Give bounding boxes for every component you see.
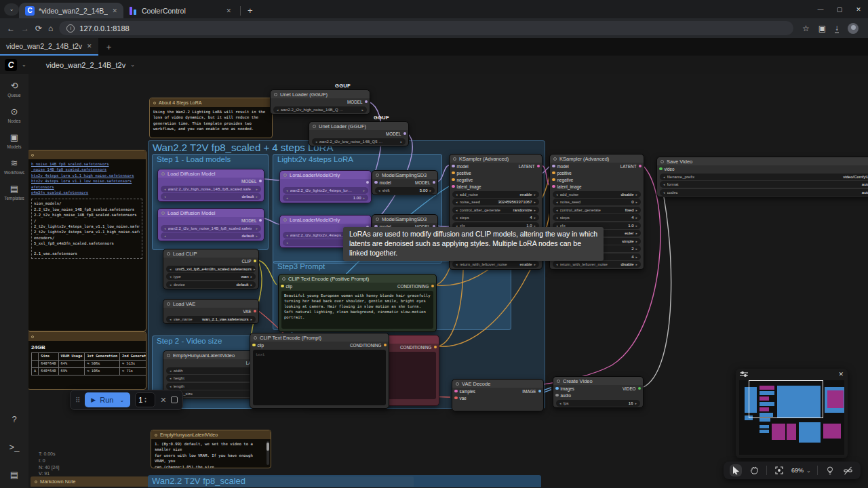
collapse-dot-icon[interactable]	[254, 336, 257, 340]
port-dot[interactable]	[259, 219, 262, 222]
back-icon[interactable]: ←	[7, 24, 15, 33]
port-dot[interactable]	[433, 181, 436, 184]
widget-right-arrow-icon[interactable]: ▸	[635, 200, 637, 204]
output-port[interactable]: LATENT	[519, 163, 540, 169]
collapse-dot-icon[interactable]	[283, 218, 287, 222]
output-port[interactable]: CONDITIONING	[397, 283, 434, 289]
widget-right-arrow-icon[interactable]: ▸	[256, 226, 258, 230]
bookmark-star-icon[interactable]: ☆	[802, 24, 810, 33]
widget-left-arrow-icon[interactable]: ◂	[663, 190, 665, 195]
widget-left-arrow-icon[interactable]: ◂	[164, 187, 166, 191]
widget-right-arrow-icon[interactable]: ▸	[635, 239, 637, 243]
collapse-dot-icon[interactable]	[31, 154, 34, 157]
widget-row[interactable]: ◂return_with_leftover_noisedisable▸	[553, 261, 641, 268]
node-title-bar[interactable]: Unet Loader (GGUF)	[309, 122, 408, 130]
widget-row[interactable]: ◂wan2.2_t2v_low_noise_14B_fp8_scaled.saf…	[161, 225, 261, 232]
widget-row[interactable]: ◂control_after_generaterandomize▸	[452, 207, 539, 214]
node-create-video[interactable]: Create Video images audio VIDEO ◂fps16▸	[553, 376, 644, 408]
sidebar-item[interactable]: ≋ Workflows	[4, 158, 24, 175]
widget-left-arrow-icon[interactable]: ◂	[556, 208, 558, 212]
widget-row[interactable]: ◂1.00▸	[283, 195, 368, 201]
output-port[interactable]: CLIP	[242, 258, 257, 264]
port-dot[interactable]	[555, 394, 559, 397]
input-port[interactable]: positive	[452, 170, 481, 176]
terminal-icon[interactable]: >_	[9, 442, 20, 452]
profile-icon[interactable]	[848, 23, 859, 34]
port-dot[interactable]	[639, 165, 642, 168]
port-dot[interactable]	[366, 181, 370, 184]
widget-left-arrow-icon[interactable]: ◂	[164, 226, 166, 230]
url-bar[interactable]: i 127.0.0.1:8188	[59, 21, 793, 35]
node-title-bar[interactable]: LoraLoaderModelOnly	[280, 216, 371, 224]
node-load-clip[interactable]: Load CLIP CLIP ◂clip_numt5_xxl_fp8_e4m3f…	[163, 249, 259, 289]
widget-left-arrow-icon[interactable]: ◂	[315, 140, 317, 144]
node-title-bar[interactable]: Load Diffusion Model	[158, 209, 264, 217]
widget-row[interactable]: ◂fps16▸	[556, 400, 640, 407]
widget-right-arrow-icon[interactable]: ▸	[363, 196, 365, 200]
comfy-logo-icon[interactable]: C	[5, 59, 17, 71]
widget-left-arrow-icon[interactable]: ◂	[556, 216, 558, 220]
widget-row[interactable]: ◂formatauto▸	[660, 181, 868, 188]
reload-icon[interactable]: ⟳	[35, 24, 42, 33]
widget-left-arrow-icon[interactable]: ◂	[286, 196, 288, 200]
select-tool-icon[interactable]	[730, 464, 742, 476]
collapse-dot-icon[interactable]	[376, 218, 379, 221]
group-title[interactable]: Wan2.2 T2V fp8_scaled	[148, 475, 541, 487]
node-vae-decode[interactable]: VAE Decode samples vae IMAGE	[452, 379, 544, 411]
node-load-vae[interactable]: Load VAE VAE ◂vae_namewan_2.1_vae.safete…	[163, 299, 259, 324]
port-dot[interactable]	[365, 100, 368, 104]
output-port[interactable]: IMAGE	[522, 388, 541, 394]
widget-row[interactable]: ◂steps4▸	[553, 214, 641, 221]
port-dot[interactable]	[538, 390, 542, 393]
collapse-dot-icon[interactable]	[553, 157, 557, 161]
tab-search-button[interactable]: ⌄	[4, 3, 19, 16]
toggle-lightbulb-icon[interactable]	[824, 464, 836, 476]
node-save-video[interactable]: Save Video video ◂filename_prefixvideo/C…	[656, 157, 868, 197]
node-clip-text-encode-prompt[interactable]: CLIP Text Encode (Prompt) clip CONDITION…	[250, 333, 389, 409]
sidebar-item[interactable]: ▤ Templates	[4, 184, 24, 201]
node-title-bar[interactable]: KSampler (Advanced)	[450, 155, 542, 163]
widget-row[interactable]: ◂add_noisedisable▸	[553, 191, 641, 198]
new-workflow-tab-button[interactable]: +	[98, 38, 120, 56]
node-title-bar[interactable]: CLIP Text Encode (Positive Prompt)	[279, 274, 436, 283]
node-title-bar[interactable]: Load VAE	[163, 300, 258, 308]
widget-right-arrow-icon[interactable]: ▸	[256, 234, 258, 238]
input-port[interactable]: images	[555, 386, 574, 391]
forward-icon[interactable]: →	[21, 24, 29, 33]
collapse-dot-icon[interactable]	[456, 382, 459, 386]
node-title-bar[interactable]: Save Video	[657, 157, 868, 165]
home-icon[interactable]: ⌂	[48, 24, 53, 33]
widget-left-arrow-icon[interactable]: ◂	[556, 200, 558, 204]
run-options-chevron-icon[interactable]: ⌄	[119, 397, 124, 403]
output-port[interactable]: VAE	[243, 308, 256, 314]
pan-tool-icon[interactable]	[748, 464, 760, 476]
collapse-dot-icon[interactable]	[453, 157, 456, 161]
port-dot[interactable]	[552, 178, 555, 182]
cancel-run-icon[interactable]: ✕	[160, 396, 166, 405]
widget-right-arrow-icon[interactable]: ▸	[635, 262, 637, 266]
output-port[interactable]	[364, 180, 370, 185]
widget-right-arrow-icon[interactable]: ▸	[534, 200, 536, 204]
widget-row[interactable]: ◂default▸	[161, 193, 261, 200]
port-dot[interactable]	[403, 132, 407, 136]
widget-left-arrow-icon[interactable]: ◂	[456, 262, 458, 266]
widget-right-arrow-icon[interactable]: ▸	[250, 317, 252, 321]
widget-row[interactable]: ◂noise_seed302459563371067▸	[452, 199, 539, 205]
browser-tab[interactable]: CoolerControl ✕	[123, 3, 237, 18]
node-title-bar[interactable]: Unet Loader (GGUF)	[271, 90, 370, 98]
widget-left-arrow-icon[interactable]: ◂	[378, 188, 380, 192]
widget-row[interactable]: ◂wan2.2_t2v_low_noise_14B_Q5 …▸	[312, 138, 406, 145]
widget-left-arrow-icon[interactable]: ◂	[277, 108, 279, 112]
input-port[interactable]: model	[452, 163, 481, 169]
fit-view-icon[interactable]	[773, 464, 785, 476]
port-dot[interactable]	[638, 387, 642, 390]
widget-left-arrow-icon[interactable]: ◂	[456, 192, 458, 197]
widget-left-arrow-icon[interactable]: ◂	[559, 401, 561, 405]
input-port[interactable]: model	[552, 163, 582, 169]
widget-right-arrow-icon[interactable]: ▸	[635, 208, 637, 212]
collapse-dot-icon[interactable]	[282, 277, 285, 281]
port-dot[interactable]	[452, 185, 455, 188]
widget-left-arrow-icon[interactable]: ◂	[663, 175, 665, 179]
widget-left-arrow-icon[interactable]: ◂	[456, 216, 458, 220]
widget-row[interactable]: ◂return_with_leftover_noiseenable▸	[452, 261, 539, 268]
